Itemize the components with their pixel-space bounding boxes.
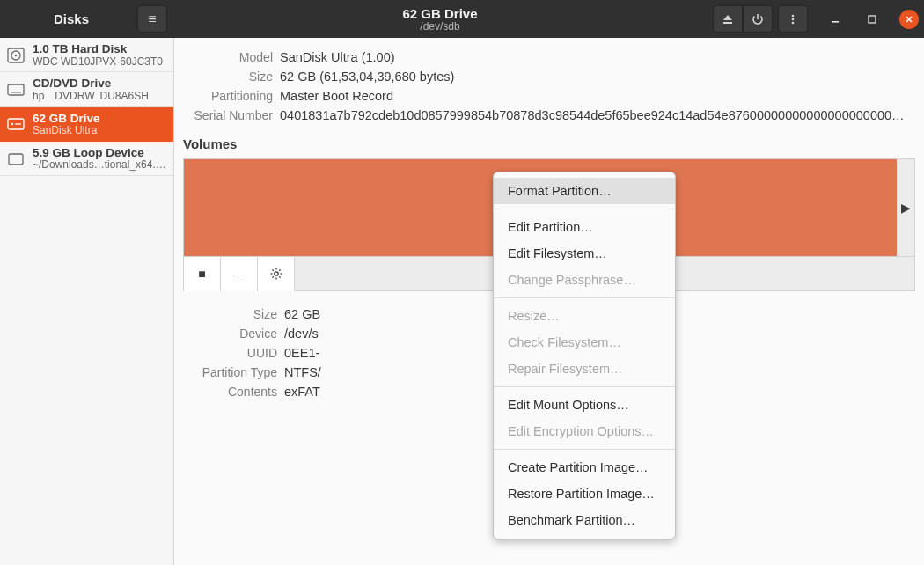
hdd-icon <box>6 46 26 65</box>
device-title: 5.9 GB Loop Device <box>33 146 167 160</box>
titlebar: Disks ≡ 62 GB Drive /dev/sdb <box>0 0 924 38</box>
partitioning-label: Partitioning <box>183 89 280 103</box>
device-item-optical[interactable]: CD/DVD Drive hp DVDRW DU8A6SH <box>0 72 173 106</box>
close-button[interactable] <box>899 10 919 29</box>
svg-rect-4 <box>869 16 876 23</box>
model-value: SanDisk Ultra (1.00) <box>280 50 915 64</box>
model-label: Model <box>183 50 280 64</box>
main: 1.0 TB Hard Disk WDC WD10JPVX-60JC3T0 CD… <box>0 38 924 565</box>
svg-point-7 <box>15 54 18 56</box>
titlebar-right <box>713 5 919 33</box>
partitioning-value: Master Boot Record <box>280 89 915 103</box>
svg-point-1 <box>792 18 795 20</box>
menu-restore-partition-image[interactable]: Restore Partition Image… <box>494 481 675 507</box>
titlebar-center: 62 GB Drive /dev/sdb <box>167 6 713 33</box>
loop-icon <box>6 150 26 169</box>
size-value: 62 GB (61,53,04,39,680 bytes) <box>280 70 915 84</box>
close-icon <box>904 14 914 25</box>
serial-value: 0401831a7b792cdeb10d0857999854b70878d3c9… <box>280 108 915 122</box>
minimize-icon <box>830 14 840 25</box>
content-pane: Model SanDisk Ultra (1.00) Size 62 GB (6… <box>174 38 924 565</box>
menu-edit-encryption-options: Edit Encryption Options… <box>494 418 675 444</box>
play-icon: ▶ <box>901 201 911 215</box>
svg-rect-8 <box>8 84 24 95</box>
svg-rect-3 <box>832 21 839 23</box>
ptype-label: Partition Type <box>183 365 284 379</box>
maximize-button[interactable] <box>862 10 882 29</box>
delete-button[interactable]: — <box>221 257 258 291</box>
uuid-label: UUID <box>183 346 284 360</box>
contents-label: Contents <box>183 385 284 399</box>
psize-label: Size <box>183 307 284 321</box>
menu-repair-filesystem: Repair Filesystem… <box>494 356 675 382</box>
minus-icon: — <box>233 267 246 281</box>
usb-icon <box>6 114 26 134</box>
volumes-header: Volumes <box>183 136 915 151</box>
pdevice-label: Device <box>183 327 284 341</box>
device-title: CD/DVD Drive <box>33 77 149 91</box>
maximize-icon <box>867 14 877 25</box>
gear-icon <box>269 267 283 281</box>
menu-format-partition[interactable]: Format Partition… <box>494 178 675 204</box>
unmount-button[interactable]: ■ <box>184 257 221 291</box>
menu-benchmark-partition[interactable]: Benchmark Partition… <box>494 507 675 533</box>
current-drive-path: /dev/sdb <box>167 20 713 33</box>
svg-rect-9 <box>11 92 21 93</box>
volume-freespace[interactable]: ▶ <box>897 159 914 256</box>
device-subtitle: ~/Downloads…tional_x64.iso <box>33 159 167 172</box>
device-item-hdd[interactable]: 1.0 TB Hard Disk WDC WD10JPVX-60JC3T0 <box>0 38 173 72</box>
eject-button[interactable] <box>713 5 743 33</box>
drive-menu-button[interactable] <box>778 5 808 33</box>
svg-point-2 <box>792 21 795 24</box>
current-drive-name: 62 GB Drive <box>167 6 713 21</box>
menu-create-partition-image[interactable]: Create Partition Image… <box>494 454 675 481</box>
device-title: 1.0 TB Hard Disk <box>33 42 163 56</box>
device-item-usb[interactable]: 62 GB Drive SanDisk Ultra <box>0 107 173 142</box>
svg-point-13 <box>274 272 277 275</box>
size-label: Size <box>183 70 280 84</box>
power-icon <box>752 13 764 26</box>
partition-options-button[interactable] <box>258 257 295 291</box>
device-sidebar: 1.0 TB Hard Disk WDC WD10JPVX-60JC3T0 CD… <box>0 38 174 565</box>
power-button[interactable] <box>743 5 773 33</box>
minimize-button[interactable] <box>825 10 845 29</box>
device-title: 62 GB Drive <box>33 112 100 126</box>
device-subtitle: WDC WD10JPVX-60JC3T0 <box>33 56 163 69</box>
menu-check-filesystem: Check Filesystem… <box>494 329 675 356</box>
eject-icon <box>722 13 734 26</box>
menu-edit-mount-options[interactable]: Edit Mount Options… <box>494 392 675 418</box>
partition-context-menu: Format Partition… Edit Partition… Edit F… <box>493 172 676 539</box>
menu-edit-filesystem[interactable]: Edit Filesystem… <box>494 240 675 267</box>
menu-edit-partition[interactable]: Edit Partition… <box>494 214 675 240</box>
hamburger-icon: ≡ <box>148 11 156 27</box>
menu-resize: Resize… <box>494 303 675 329</box>
drive-info: Model SanDisk Ultra (1.00) Size 62 GB (6… <box>183 50 915 122</box>
stop-icon: ■ <box>198 267 205 281</box>
app-title: Disks <box>5 11 137 26</box>
device-item-loop[interactable]: 5.9 GB Loop Device ~/Downloads…tional_x6… <box>0 142 173 176</box>
svg-point-0 <box>792 14 795 17</box>
menu-change-passphrase: Change Passphrase… <box>494 267 675 293</box>
app-menu-button[interactable]: ≡ <box>137 5 167 33</box>
kebab-icon <box>787 13 799 26</box>
svg-rect-12 <box>9 154 23 165</box>
svg-point-11 <box>11 123 13 125</box>
serial-label: Serial Number <box>183 108 280 122</box>
optical-icon <box>6 80 26 99</box>
device-subtitle: SanDisk Ultra <box>33 125 100 137</box>
device-subtitle: hp DVDRW DU8A6SH <box>33 91 149 103</box>
